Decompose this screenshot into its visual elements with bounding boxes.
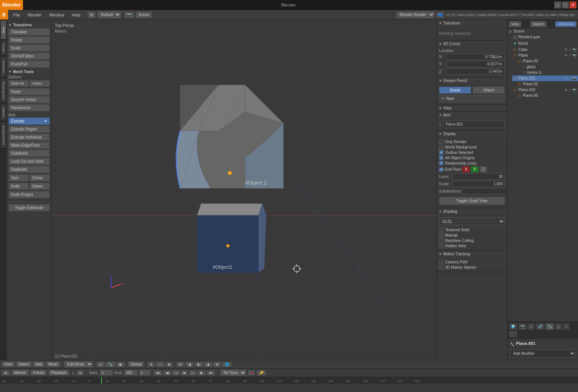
outliner-plane002-child[interactable]: ▷ Plane.00 — [517, 93, 578, 98]
outliner-world[interactable]: ● World — [512, 40, 578, 47]
jump-end-btn[interactable]: ⏭ — [206, 370, 215, 376]
eye-icon3[interactable]: 👁 — [564, 77, 568, 80]
x-axis-button[interactable]: X — [462, 166, 470, 173]
cursor-z-input[interactable] — [447, 68, 505, 75]
object-tab[interactable]: Object — [473, 87, 505, 94]
camera-path-checkbox[interactable] — [439, 260, 444, 264]
tab-create[interactable]: Create — [0, 40, 7, 56]
tab-options[interactable]: Options — [0, 104, 7, 121]
eye-icon[interactable]: 👁 — [564, 48, 568, 52]
viewport[interactable]: #Object 2 #Object1 — [52, 20, 436, 360]
shading-header[interactable]: Shading — [437, 208, 507, 215]
cursor-header[interactable]: 3D Cursor — [437, 41, 507, 47]
y-axis-button[interactable]: Y — [471, 166, 479, 173]
eye-icon2[interactable]: 👁 — [564, 54, 568, 57]
render-icon4[interactable]: 📷 — [572, 88, 576, 92]
all-origins-checkbox[interactable] — [439, 155, 444, 160]
minimize-button[interactable]: — — [554, 2, 561, 8]
outliner-search-tab[interactable]: Search — [530, 21, 547, 27]
matcap-checkbox[interactable] — [439, 233, 444, 237]
mode-select[interactable]: Edit Mode — [64, 361, 93, 368]
play-btn[interactable]: ▷ — [189, 370, 197, 376]
render-icon[interactable]: 📷 — [572, 48, 576, 52]
outliner-plane[interactable]: ▷ Plane 👁 ↗ 📷 — [512, 52, 578, 58]
knife-button[interactable]: Knife — [8, 183, 29, 190]
outliner-glass[interactable]: ○ glass — [521, 64, 578, 70]
timeline-playback-btn[interactable]: Playback — [48, 370, 69, 376]
step-back-btn[interactable]: ◀ — [163, 370, 171, 376]
prop-modifier-tab[interactable]: 🔧 — [545, 323, 554, 330]
new-material-button[interactable]: ✎ New — [439, 95, 505, 102]
bt-add[interactable]: Add — [33, 361, 45, 367]
cursor-y-input[interactable] — [447, 61, 505, 67]
outliner-cube[interactable]: ▷ Cube 👁 ↗ 📷 — [512, 47, 578, 52]
push-pull-button[interactable]: Push/Pull — [8, 60, 50, 68]
eye-icon4[interactable]: 👁 — [564, 88, 568, 92]
toggle-editmode-button[interactable]: Toggle Editmode — [8, 204, 50, 211]
viewport-shading-btn[interactable]: ◐ — [195, 362, 203, 367]
menu-window[interactable]: Window — [45, 12, 68, 18]
prop-object-tab[interactable]: ▷ — [528, 323, 535, 330]
screw-button[interactable]: Screw — [29, 174, 50, 181]
tab-relations[interactable]: Relations — [0, 56, 7, 77]
menu-file[interactable]: File — [10, 12, 24, 18]
scene-tab[interactable]: Scene — [439, 87, 471, 94]
render-icon3[interactable]: 📷 — [572, 77, 576, 80]
toggle-quad-view-button[interactable]: Toggle Quad View — [439, 197, 505, 205]
subdivide-button[interactable]: Subdivide — [8, 150, 50, 157]
smooth-vertex-button[interactable]: Smooth Vertex — [8, 96, 50, 103]
z-axis-button[interactable]: Z — [480, 166, 487, 173]
outliner-plane001-child[interactable]: ▷ Plane.00 — [517, 81, 578, 87]
record-btn[interactable]: ● — [248, 370, 255, 376]
make-edge-face-button[interactable]: Make Edge/Face — [8, 142, 50, 149]
sync-select[interactable]: No Sync — [220, 369, 246, 376]
outliner-plane00[interactable]: ▷ Plane.00 — [517, 58, 578, 64]
outliner-vertex-g[interactable]: ○ Vertex G — [521, 70, 578, 75]
mesh-select-e[interactable]: — — [156, 362, 165, 367]
snap-btn[interactable]: 🔧 — [106, 362, 115, 367]
add-modifier-select[interactable]: Add Modifier — [510, 350, 576, 358]
hidden-wire-checkbox[interactable] — [439, 243, 444, 248]
shrink-fatten-button[interactable]: Shrink/Fatten — [8, 52, 50, 60]
transform-section-header[interactable]: Transform — [437, 20, 507, 26]
textured-solid-checkbox[interactable] — [439, 227, 444, 232]
vertex-button[interactable]: Vertex — [29, 80, 50, 87]
menu-help[interactable]: Help — [68, 12, 85, 18]
maximize-button[interactable]: □ — [562, 2, 569, 8]
timeline-frame-btn[interactable]: Frame — [30, 370, 47, 376]
display-header[interactable]: Display — [437, 131, 507, 137]
grid-floor-checkbox[interactable] — [439, 167, 444, 172]
prop-material-tab[interactable]: ○ — [563, 323, 570, 330]
render-mode-btn[interactable]: 🌐 — [222, 362, 232, 367]
step-fwd-btn[interactable]: ▶ — [198, 370, 206, 376]
timeline-ruler[interactable]: -50 -40 -30 -20 -10 0 10 20 30 40 50 60 … — [0, 377, 578, 384]
backface-culling-checkbox[interactable] — [439, 238, 444, 243]
extrude-region-button[interactable]: Extrude Region — [8, 126, 50, 133]
prop-data-tab[interactable]: △ — [555, 323, 562, 330]
keying-btn[interactable]: 🔑 — [257, 370, 266, 376]
outline-selected-checkbox[interactable] — [439, 150, 444, 155]
lines-input[interactable] — [452, 173, 505, 180]
timeline-view-btn[interactable]: ⊞ — [2, 370, 10, 376]
scale-input[interactable] — [452, 181, 505, 187]
randomize-button[interactable]: Randomize — [8, 104, 50, 111]
prop-render-tab[interactable]: 📷 — [518, 323, 527, 330]
scale-button[interactable]: Scale — [8, 44, 50, 52]
outliner-renderlayer[interactable]: ◻ RenderLayer — [512, 34, 578, 40]
view-header[interactable]: View — [437, 105, 507, 111]
noise-button[interactable]: Noise — [8, 88, 50, 95]
cursor-icon3[interactable]: ↗ — [568, 77, 571, 80]
duplicate-button[interactable]: Duplicate — [8, 166, 50, 173]
start-frame-input[interactable] — [100, 370, 113, 376]
outliner-plane002[interactable]: ▷ Plane.002 👁 ↗ 📷 — [512, 87, 578, 93]
stop-btn[interactable]: ■ — [181, 370, 188, 376]
extrude-individual-button[interactable]: Extrude Individual — [8, 134, 50, 141]
tab-grease[interactable]: Grease Pencil — [0, 122, 7, 149]
pivot-btn[interactable]: ⊙ — [97, 362, 105, 367]
prop-scene-tab[interactable]: 🌍 — [509, 323, 517, 330]
overlay-btn[interactable]: ⊞ — [213, 362, 221, 367]
shading-mode-select[interactable]: GLSL — [439, 217, 505, 225]
spin-button[interactable]: Spin — [8, 174, 29, 181]
end-frame-input[interactable] — [124, 370, 138, 376]
tab-tools[interactable]: Tools — [0, 20, 7, 39]
